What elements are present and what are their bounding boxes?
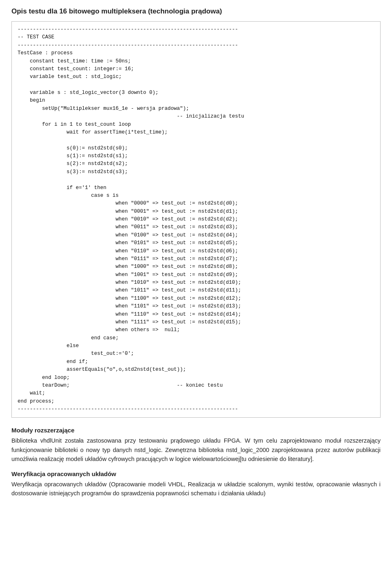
section-heading-weryfikacja: Weryfikacja opracowanych układów [11, 470, 381, 477]
section-paragraph: Biblioteka vhdlUnit została zastosowana … [11, 436, 381, 463]
section-moduly: Moduły rozszerzająceBiblioteka vhdlUnit … [11, 427, 381, 463]
section-paragraph: Weryfikacja opracowanych układów (Opraco… [11, 480, 381, 498]
code-block: ----------------------------------------… [11, 21, 381, 418]
page-title: Opis testu dla 16 bitowego multipleksera… [11, 7, 381, 16]
section-weryfikacja: Weryfikacja opracowanych układówWeryfika… [11, 470, 381, 498]
section-heading-moduly: Moduły rozszerzające [11, 427, 381, 434]
